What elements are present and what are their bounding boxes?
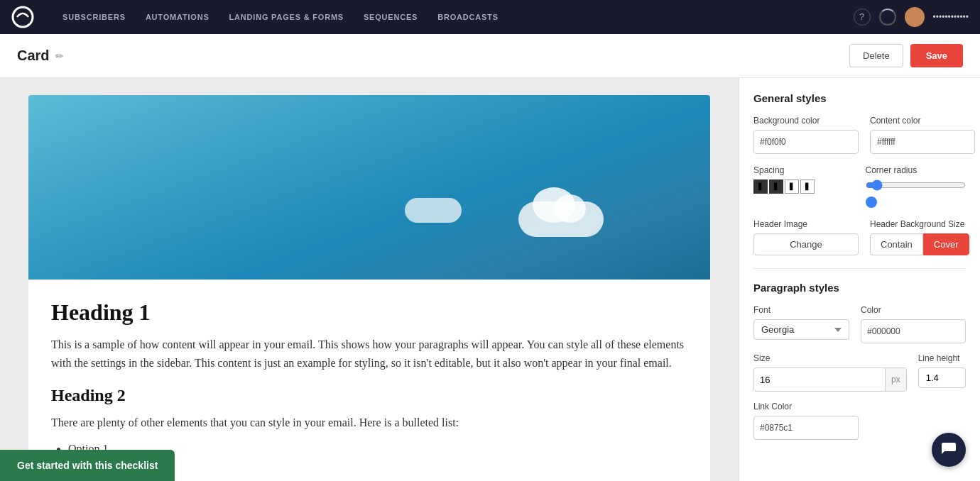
corner-radius-slider[interactable] (866, 179, 967, 191)
header-image-row: Header Image Change Header Background Si… (753, 219, 966, 255)
corner-radius-group: Corner radius (866, 165, 967, 208)
chat-bubble[interactable] (932, 433, 966, 467)
bg-size-buttons: Contain Cover (870, 233, 969, 255)
save-button[interactable]: Save (910, 44, 963, 67)
spacing-btn-1[interactable]: ▋ (753, 179, 768, 194)
header-image-group: Header Image Change (753, 219, 859, 255)
user-name: •••••••••••• (933, 12, 969, 22)
nav-right: ? •••••••••••• (854, 7, 969, 27)
link-color-row: Link Color (753, 402, 966, 440)
nav-landing-pages[interactable]: LANDING PAGES & FORMS (229, 13, 344, 21)
size-input[interactable] (754, 375, 885, 385)
loading-icon (879, 9, 896, 26)
page-header: Card ✏ Delete Save (0, 34, 980, 78)
card-header-image (28, 95, 710, 280)
nav-sequences[interactable]: SEQUENCES (364, 13, 418, 21)
cover-button[interactable]: Cover (923, 233, 969, 255)
spacing-label: Spacing (753, 165, 854, 175)
size-label: Size (753, 353, 907, 363)
size-lineheight-row: Size px Line height (753, 353, 966, 392)
header-image-label: Header Image (753, 219, 859, 229)
preview-heading1: Heading 1 (51, 299, 687, 326)
sidebar: General styles Background color Content … (739, 78, 980, 481)
para-color-label: Color (861, 305, 966, 315)
card-preview: Heading 1 This is a sample of how conten… (28, 95, 710, 481)
general-styles-title: General styles (753, 92, 966, 104)
corner-radius-label: Corner radius (866, 165, 967, 175)
line-height-label: Line height (918, 353, 966, 363)
size-unit: px (885, 368, 906, 391)
font-color-row: Font Georgia Arial Times New Roman Color (753, 305, 966, 343)
bg-color-swatch-row[interactable] (753, 130, 859, 154)
header-actions: Delete Save (849, 44, 963, 67)
nav-links: SUBSCRIBERS AUTOMATIONS LANDING PAGES & … (62, 13, 831, 21)
size-group: Size px (753, 353, 907, 392)
para-color-input[interactable] (861, 326, 966, 336)
contain-button[interactable]: Contain (870, 233, 923, 255)
nav-broadcasts[interactable]: BROADCASTS (437, 13, 499, 21)
font-group: Font Georgia Arial Times New Roman (753, 305, 849, 343)
canvas-area: Heading 1 This is a sample of how conten… (0, 78, 739, 481)
logo-icon (11, 6, 34, 28)
nav-subscribers[interactable]: SUBSCRIBERS (62, 13, 126, 21)
spacing-group: Spacing ▋ ▋ ▋ ▋ (753, 165, 854, 194)
header-bg-size-group: Header Background Size Contain Cover (870, 219, 969, 255)
para-color-group: Color (861, 305, 966, 343)
spacing-radius-row: Spacing ▋ ▋ ▋ ▋ Corner radius (753, 165, 966, 208)
size-input-row: px (753, 367, 907, 392)
radius-dot (866, 197, 877, 208)
cloud-decoration-1 (518, 201, 604, 237)
divider (753, 268, 966, 269)
bg-color-label: Background color (753, 116, 859, 126)
link-color-input[interactable] (754, 423, 859, 433)
spacing-btn-4[interactable]: ▋ (800, 179, 815, 194)
bg-color-input[interactable] (754, 137, 859, 147)
cloud-decoration-2 (405, 198, 462, 223)
font-select[interactable]: Georgia Arial Times New Roman (753, 319, 849, 340)
paragraph-styles-title: Paragraph styles (753, 282, 966, 294)
line-height-group: Line height (918, 353, 966, 392)
page-title-row: Card ✏ (17, 48, 64, 64)
main-layout: Heading 1 This is a sample of how conten… (0, 78, 980, 481)
preview-heading2: Heading 2 (51, 386, 687, 405)
para-color-swatch-row[interactable] (861, 319, 966, 343)
content-color-label: Content color (870, 116, 975, 126)
svg-point-0 (13, 7, 33, 27)
avatar (905, 7, 925, 27)
link-color-swatch-row[interactable] (753, 416, 859, 440)
edit-icon[interactable]: ✏ (55, 50, 64, 62)
preview-body1: This is a sample of how content will app… (51, 336, 687, 372)
preview-body2: There are plenty of other elements that … (51, 414, 687, 432)
spacing-btn-3[interactable]: ▋ (785, 179, 799, 194)
content-color-swatch-row[interactable] (870, 130, 975, 154)
page-title: Card (17, 48, 50, 64)
top-nav: SUBSCRIBERS AUTOMATIONS LANDING PAGES & … (0, 0, 980, 34)
content-color-group: Content color (870, 116, 975, 154)
help-icon[interactable]: ? (854, 9, 871, 26)
line-height-input[interactable] (918, 367, 966, 388)
font-label: Font (753, 305, 849, 315)
link-color-label: Link Color (753, 402, 966, 411)
bg-color-group: Background color (753, 116, 859, 154)
nav-automations[interactable]: AUTOMATIONS (146, 13, 209, 21)
spacing-btn-2[interactable]: ▋ (769, 179, 783, 194)
delete-button[interactable]: Delete (849, 44, 903, 67)
content-color-input[interactable] (871, 137, 975, 147)
color-row: Background color Content color (753, 116, 966, 154)
spacing-controls: ▋ ▋ ▋ ▋ (753, 179, 854, 194)
header-bg-size-label: Header Background Size (870, 219, 969, 229)
checklist-banner[interactable]: Get started with this checklist (0, 450, 175, 481)
change-image-button[interactable]: Change (753, 233, 859, 255)
